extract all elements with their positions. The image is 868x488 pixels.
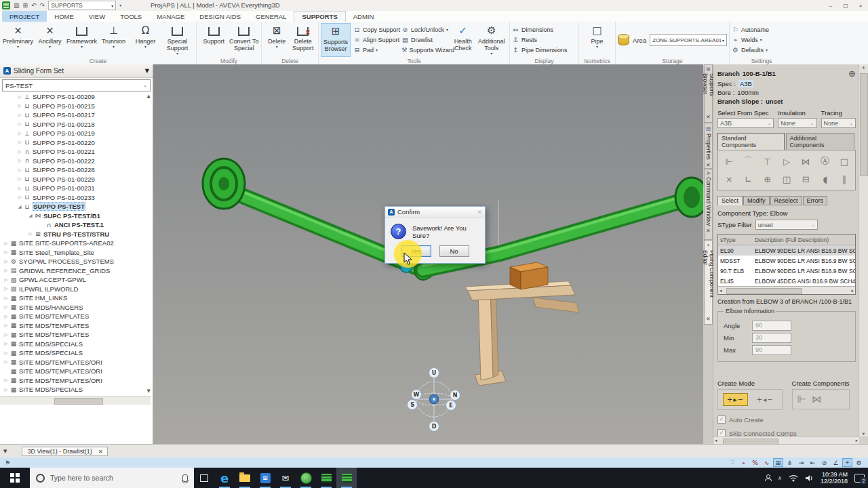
tree-item[interactable]: ▷ ▦ SITE MDS/SPECIALS bbox=[0, 340, 151, 349]
framework-button[interactable]: Framework▾ bbox=[66, 23, 98, 57]
table-row[interactable]: 90.T ELBELBOW 90DEG LR ANSI B16.9 BW SCH… bbox=[718, 266, 855, 276]
valve-icon[interactable]: ⋈ bbox=[796, 152, 815, 170]
editor-tab[interactable]: Select bbox=[717, 196, 743, 205]
expander-icon[interactable]: ▷ bbox=[3, 241, 9, 246]
expander-icon[interactable]: ▷ bbox=[16, 176, 23, 182]
ribbon-tab[interactable]: VIEW bbox=[81, 11, 113, 22]
expander-icon[interactable]: ▷ bbox=[3, 268, 9, 273]
insulation-combo[interactable]: None⌄ bbox=[778, 118, 816, 128]
elbow-icon[interactable]: ∟ bbox=[738, 170, 757, 188]
compass-south[interactable]: S bbox=[410, 402, 414, 408]
tab-list-dropdown-icon[interactable]: ▼ bbox=[3, 449, 7, 454]
hanger-button[interactable]: Ω Hanger▾ bbox=[130, 23, 161, 57]
yes-button[interactable]: Yes bbox=[401, 245, 431, 257]
expander-icon[interactable]: ▷ bbox=[3, 350, 9, 356]
flange-icon[interactable]: ⊩ bbox=[719, 152, 738, 170]
flange-pair-icon[interactable]: ⊩ bbox=[797, 393, 806, 405]
perpendicular-icon[interactable]: ⊘ bbox=[819, 458, 829, 467]
table-row[interactable]: EL90ELBOW 90DEG LR ANSI B16.9 BW SCH40 bbox=[718, 245, 855, 256]
task-view-button[interactable] bbox=[194, 468, 214, 488]
expander-icon[interactable]: ▷ bbox=[16, 186, 23, 191]
dialog-title-bar[interactable]: A Confirm ✕ bbox=[385, 207, 485, 218]
table-row[interactable]: MDSSTELBOW 90DEG LR ANSI B16.9 BW SCH40 bbox=[718, 256, 855, 266]
expander-icon[interactable]: ▷ bbox=[16, 195, 23, 200]
tree-item[interactable]: ▷ ⊔ SUPPO PS-01-00215 bbox=[0, 102, 151, 111]
direction-widget-icon[interactable]: ⊕ bbox=[848, 68, 856, 79]
close-icon[interactable]: ✕ bbox=[705, 228, 711, 234]
file-explorer-button[interactable] bbox=[235, 468, 255, 488]
support-button[interactable]: Support bbox=[199, 23, 229, 57]
area-combo[interactable]: ZONE-SUPPORTS-AREA01 ▾ bbox=[650, 34, 727, 46]
expander-icon[interactable]: ▷ bbox=[27, 231, 34, 237]
expander-icon[interactable]: ▷ bbox=[3, 296, 9, 301]
qat-customize-icon[interactable]: ▾ bbox=[119, 1, 121, 9]
flag-icon[interactable]: ⚑ bbox=[5, 460, 10, 466]
expander-icon[interactable]: ▷ bbox=[3, 314, 9, 319]
close-button[interactable]: × bbox=[853, 0, 868, 11]
tree-item[interactable]: ▷ ⊔ SUPPO PS-01-00233 bbox=[0, 193, 151, 203]
max-field[interactable]: 90 bbox=[752, 345, 791, 355]
close-icon[interactable]: ✕ bbox=[705, 162, 711, 168]
volume-icon[interactable] bbox=[805, 474, 814, 482]
autoflange-icon[interactable]: Ⓐ bbox=[815, 152, 834, 170]
welds-button[interactable]: ⌁ Welds▾ bbox=[732, 35, 791, 45]
tree-item[interactable]: ∩ ANCI PS-TEST.1 bbox=[0, 220, 151, 230]
taskbar-search[interactable]: Type here to search bbox=[30, 468, 194, 488]
save-icon[interactable]: ▥ bbox=[14, 1, 20, 9]
vertical-panel-tab[interactable]: ▤ Properties ✕ bbox=[704, 123, 713, 169]
ribbon-tab[interactable]: DESIGN AIDS bbox=[192, 11, 248, 22]
tree-item[interactable]: ▷ ▦ SITE MDS/TEMPLATES/ORI bbox=[0, 358, 151, 367]
tree-item[interactable]: ▷ ▤ GRIDWL REFERENCE_GRIDS bbox=[0, 266, 151, 276]
reducer-icon[interactable]: ▷ bbox=[777, 152, 796, 170]
expander-icon[interactable]: ▷ bbox=[3, 304, 9, 310]
tree-item[interactable]: ▷ ▦ SITE MDS/TEMPLATES bbox=[0, 330, 151, 340]
ribbon-tab[interactable]: HOME bbox=[47, 11, 81, 22]
ribbon-tab[interactable]: MANAGE bbox=[149, 11, 192, 22]
close-icon[interactable]: ✕ bbox=[705, 316, 711, 322]
lock-unlock-button[interactable]: ⊘ Lock/Unlock▾ bbox=[401, 24, 450, 35]
tree-item[interactable]: ▷ ⊔ SUPPO PS-01-00220 bbox=[0, 138, 151, 148]
dimensions-button[interactable]: ↔ Dimensions bbox=[512, 24, 576, 35]
e3d-window-button[interactable] bbox=[316, 468, 336, 488]
tree-item[interactable]: ▷ ▦ SITE MDS/TEMPLATES bbox=[0, 321, 151, 331]
wifi-icon[interactable] bbox=[789, 474, 798, 482]
tree-horizontal-scrollbar[interactable] bbox=[0, 396, 151, 405]
union-icon[interactable]: ⊟ bbox=[796, 170, 815, 188]
tree-item[interactable]: ▷ ⊔ SUPPO PS-01-00228 bbox=[0, 165, 151, 175]
vertical-panel-tab[interactable]: A Command Window ✕ bbox=[704, 169, 713, 240]
pipe-dimensions-button[interactable]: ↕ Pipe Dimensions bbox=[512, 45, 576, 55]
rests-button[interactable]: ⚓ Rests bbox=[512, 35, 576, 45]
e3d-active-window-button[interactable] bbox=[336, 468, 357, 488]
expander-icon[interactable]: ▷ bbox=[3, 332, 9, 338]
tray-expand-icon[interactable]: ∧ bbox=[778, 475, 782, 481]
protractor-icon[interactable]: ∠ bbox=[831, 458, 841, 467]
no-button[interactable]: No bbox=[439, 245, 469, 257]
expander-icon[interactable]: ▷ bbox=[16, 131, 23, 136]
tree-item[interactable]: ◢ ⊔ SUPPO PS-TEST bbox=[0, 202, 151, 211]
min-field[interactable]: 30 bbox=[752, 333, 791, 343]
discipline-combo[interactable]: SUPPORTS ▾ bbox=[48, 1, 116, 10]
expander-icon[interactable]: ▷ bbox=[3, 249, 9, 255]
redo-icon[interactable]: ↷ bbox=[40, 1, 45, 9]
ribbon-tab[interactable]: SUPPORTS bbox=[294, 11, 345, 22]
people-icon[interactable] bbox=[764, 474, 771, 481]
compass-west[interactable]: W bbox=[414, 392, 420, 398]
pipe-button[interactable]: □ Pipe▾ bbox=[581, 23, 613, 57]
settings-gear-icon[interactable]: ⚙ bbox=[854, 458, 864, 467]
delete-support-button[interactable]: × Delete Support bbox=[290, 23, 317, 57]
instrument-icon[interactable]: ⊕ bbox=[758, 170, 777, 188]
tree-item[interactable]: ▷ ⚙ SYGPWL PROCESS_SYSTEMS bbox=[0, 257, 151, 266]
store-button[interactable]: ⊞ bbox=[255, 468, 275, 488]
measure-icon[interactable]: ⌁ bbox=[738, 458, 749, 467]
ribbon-tab[interactable]: TOOLS bbox=[113, 11, 149, 22]
panel-vertical-scrollbar[interactable]: ▴▾ bbox=[859, 64, 868, 436]
expander-icon[interactable]: ▷ bbox=[3, 341, 9, 346]
bend-icon[interactable]: ⌒ bbox=[738, 152, 757, 170]
close-icon[interactable]: ✕ bbox=[705, 114, 711, 120]
supports-wizard-button[interactable]: ⚒ Supports Wizard bbox=[401, 45, 450, 55]
supports-browser-button[interactable]: ⊞ Supports Browser bbox=[321, 23, 351, 57]
expander-icon[interactable]: ▷ bbox=[16, 158, 23, 163]
tree-filter-combo[interactable]: PS-TEST ⌄ bbox=[2, 79, 151, 92]
autoname-button[interactable]: ⚐ Autoname bbox=[732, 24, 791, 35]
tree-item[interactable]: ▷ ▦ SITE SITE-SUPPORTS-AREA02 bbox=[0, 239, 151, 248]
